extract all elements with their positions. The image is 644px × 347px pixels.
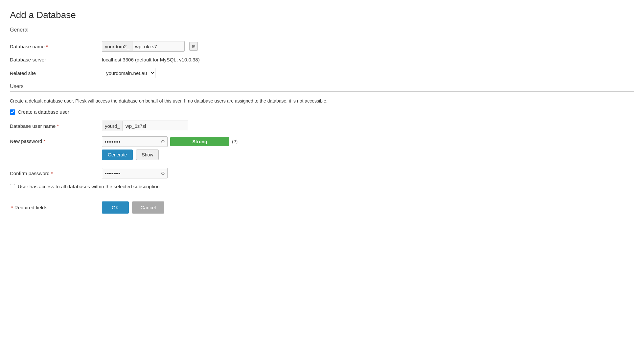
cancel-button[interactable]: Cancel xyxy=(132,201,165,214)
db-user-name-control: yourd_ xyxy=(102,121,188,131)
database-server-label: Database server xyxy=(10,57,102,62)
create-user-checkbox[interactable] xyxy=(10,109,15,115)
new-password-first-line: ⊙ Strong (?) xyxy=(102,136,238,147)
related-site-row: Related site yourdomain.net.au xyxy=(10,68,634,78)
confirm-password-icon[interactable]: ⊙ xyxy=(161,171,165,176)
users-divider xyxy=(10,91,634,92)
db-name-suffix-input[interactable] xyxy=(132,41,185,52)
related-site-select[interactable]: yourdomain.net.au xyxy=(102,68,155,78)
password-help-text[interactable]: (?) xyxy=(232,139,238,144)
related-site-label: Related site xyxy=(10,70,102,76)
footer-required-star: * xyxy=(11,205,13,210)
related-site-control: yourdomain.net.au xyxy=(102,68,155,78)
db-name-prefix: yourdom2_ xyxy=(102,41,132,52)
confirm-password-input[interactable] xyxy=(102,168,168,178)
users-section-heading: Users xyxy=(10,83,634,89)
db-user-name-label: Database user name* xyxy=(10,123,102,129)
all-dbs-access-row: User has access to all databases within … xyxy=(10,184,634,189)
new-password-label: New password* xyxy=(10,136,102,144)
new-password-row: New password* ⊙ Strong (?) Generate Show xyxy=(10,136,634,163)
footer-row: * Required fields OK Cancel xyxy=(10,201,634,214)
db-username-required-star: * xyxy=(57,123,59,129)
all-dbs-access-label[interactable]: User has access to all databases within … xyxy=(18,184,160,189)
db-user-suffix-input[interactable] xyxy=(123,121,188,131)
database-name-row: Database name* yourdom2_ ⊞ xyxy=(10,41,634,52)
users-info-text: Create a default database user. Plesk wi… xyxy=(10,98,634,104)
create-user-label[interactable]: Create a database user xyxy=(18,109,69,115)
generate-show-row: Generate Show xyxy=(102,150,238,160)
new-password-control: ⊙ Strong (?) Generate Show xyxy=(102,136,238,163)
show-button[interactable]: Show xyxy=(136,150,159,160)
new-password-input[interactable] xyxy=(102,136,168,147)
required-note: * Required fields xyxy=(10,205,102,210)
user-prefix-label: yourd_ xyxy=(102,121,123,131)
general-section-heading: General xyxy=(10,27,634,33)
create-user-row: Create a database user xyxy=(10,109,634,115)
footer-divider xyxy=(10,196,634,196)
database-server-value: localhost:3306 (default for MySQL, v10.0… xyxy=(102,57,200,62)
page-title: Add a Database xyxy=(10,10,634,20)
general-divider xyxy=(10,35,634,35)
all-dbs-access-checkbox[interactable] xyxy=(10,184,15,189)
confirm-password-control: ⊙ xyxy=(102,168,168,178)
password-strength-bar: Strong xyxy=(170,137,229,146)
confirm-password-required-star: * xyxy=(51,171,53,176)
db-name-group: yourdom2_ xyxy=(102,41,185,52)
generate-button[interactable]: Generate xyxy=(102,150,133,160)
confirm-password-wrap: ⊙ xyxy=(102,168,168,178)
database-name-label: Database name* xyxy=(10,44,102,49)
database-server-control: localhost:3306 (default for MySQL, v10.0… xyxy=(102,57,200,62)
new-password-icon[interactable]: ⊙ xyxy=(161,139,165,144)
ok-button[interactable]: OK xyxy=(102,201,129,214)
database-server-row: Database server localhost:3306 (default … xyxy=(10,57,634,62)
db-name-required-star: * xyxy=(46,44,48,49)
required-fields-label: Required fields xyxy=(14,205,47,210)
db-name-list-icon[interactable]: ⊞ xyxy=(189,42,198,51)
new-password-required-star: * xyxy=(43,138,45,144)
db-user-name-row: Database user name* yourd_ xyxy=(10,121,634,131)
user-name-group: yourd_ xyxy=(102,121,188,131)
database-name-control: yourdom2_ ⊞ xyxy=(102,41,198,52)
confirm-password-label: Confirm password* xyxy=(10,171,102,176)
confirm-password-row: Confirm password* ⊙ xyxy=(10,168,634,178)
new-password-wrap: ⊙ xyxy=(102,136,168,147)
